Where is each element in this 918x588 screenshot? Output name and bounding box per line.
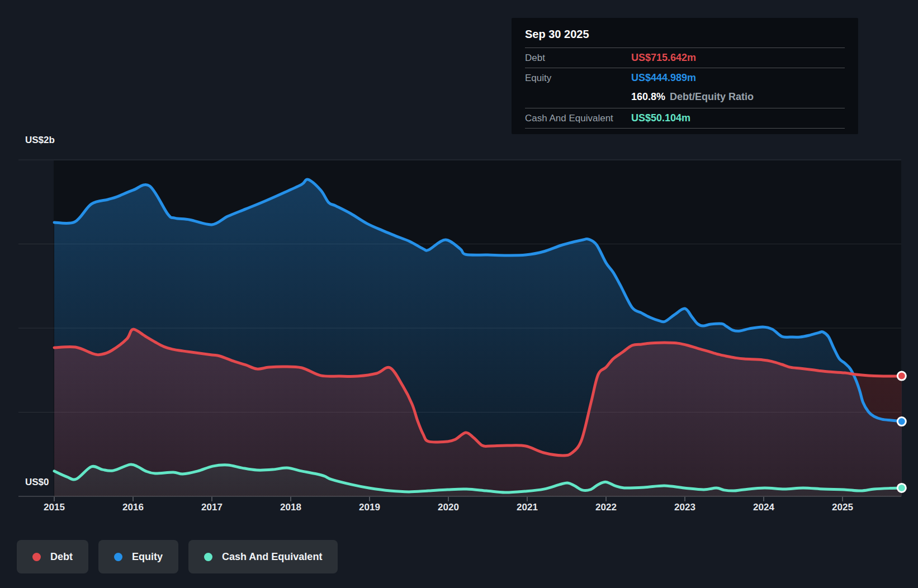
legend-item-cash[interactable]: Cash And Equivalent [188,540,338,573]
tooltip-cash-value: US$50.104m [631,112,690,124]
tooltip-cash-label: Cash And Equivalent [525,113,631,124]
x-tick-label-2023: 2023 [674,502,695,513]
legend-equity-label: Equity [132,551,163,563]
tooltip-ratio-label: Debt/Equity Ratio [670,91,754,103]
debt-dot-icon [32,553,41,561]
chart-legend: Debt Equity Cash And Equivalent [17,540,338,573]
legend-item-debt[interactable]: Debt [17,540,88,573]
y-axis-label-bottom: US$0 [25,477,49,488]
y-axis-label-top: US$2b [25,135,55,146]
chart-tooltip: Sep 30 2025 Debt US$715.642m Equity US$4… [512,18,858,134]
x-tick-label-2020: 2020 [438,502,459,513]
x-tick-label-2019: 2019 [359,502,380,513]
tooltip-equity-label: Equity [525,73,631,84]
x-tick-label-2018: 2018 [280,502,301,513]
legend-debt-label: Debt [50,551,73,563]
tooltip-ratio-row: 160.8% Debt/Equity Ratio [525,88,845,108]
tooltip-debt-label: Debt [525,53,631,64]
x-tick-label-2024: 2024 [753,502,774,513]
tooltip-date: Sep 30 2025 [525,25,845,48]
cash-dot-icon [204,553,212,561]
tooltip-equity-value: US$444.989m [631,72,696,84]
equity-dot-icon [114,553,122,561]
x-tick-label-2016: 2016 [122,502,144,513]
x-tick-label-2025: 2025 [832,502,853,513]
tooltip-debt-value: US$715.642m [631,52,696,64]
x-tick-label-2022: 2022 [595,502,617,513]
x-tick-label-2015: 2015 [44,502,65,513]
chart-plot-area[interactable] [54,134,901,496]
legend-cash-label: Cash And Equivalent [222,551,322,563]
x-tick-label-2017: 2017 [201,502,223,513]
legend-item-equity[interactable]: Equity [98,540,178,573]
tooltip-ratio-value: 160.8% [631,91,665,103]
x-tick-label-2021: 2021 [517,502,538,513]
